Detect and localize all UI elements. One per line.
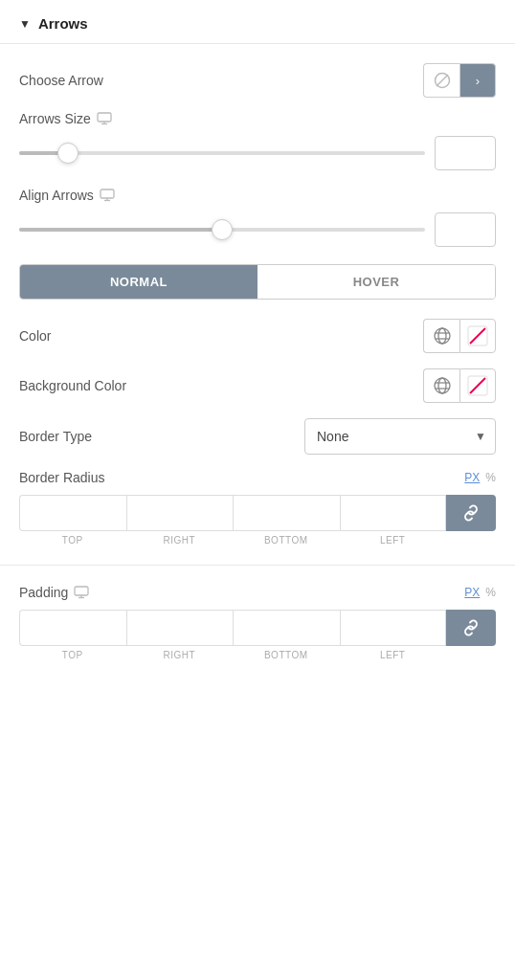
section-title: Arrows [38,15,88,32]
padding-section: Padding PX % TOP [0,585,515,679]
border-radius-bottom-input[interactable] [233,495,340,531]
padding-top-label: TOP [62,650,83,660]
arrows-size-label: Arrows Size [19,111,91,126]
border-type-row: Border Type None Solid Dashed Dotted Dou… [19,418,496,455]
border-radius-left-label: LEFT [380,535,405,546]
padding-top-wrap: TOP [19,610,126,660]
arrows-size-thumb[interactable] [57,143,78,164]
align-arrows-monitor-icon [100,189,115,202]
svg-line-1 [437,75,448,86]
collapse-icon[interactable]: ▼ [19,17,31,31]
padding-monitor-icon [74,586,89,599]
padding-left-label: LEFT [380,650,405,660]
border-radius-inputs-row: TOP RIGHT BOTTOM LEFT [19,495,496,546]
align-arrows-section: Align Arrows [19,188,496,247]
border-radius-px-btn[interactable]: PX [464,471,480,484]
link-icon [462,504,480,522]
globe-icon [433,326,452,345]
choose-arrow-label: Choose Arrow [19,73,103,88]
border-radius-quad-inputs: TOP RIGHT BOTTOM LEFT [19,495,446,546]
no-icon [434,72,451,89]
border-radius-bottom-wrap: BOTTOM [233,495,340,546]
border-radius-left-wrap: LEFT [340,495,447,546]
color-controls [423,319,496,353]
border-type-select[interactable]: None Solid Dashed Dotted Double [304,418,496,455]
svg-rect-20 [75,587,88,595]
choose-arrow-no-btn[interactable] [423,63,459,98]
arrows-size-input[interactable]: 22 [435,136,496,170]
color-label: Color [19,328,51,344]
align-arrows-label-row: Align Arrows [19,188,496,203]
align-arrows-thumb[interactable] [212,219,233,240]
padding-bottom-label: BOTTOM [264,650,308,660]
border-radius-right-label: RIGHT [163,535,195,546]
divider [0,565,515,566]
border-radius-top-input[interactable] [19,495,126,531]
svg-point-9 [438,328,446,344]
border-radius-link-btn[interactable] [446,495,496,531]
section-body: Choose Arrow › Arrows Size [0,44,515,546]
next-icon: › [476,74,480,88]
padding-percent-btn[interactable]: % [485,586,496,599]
background-color-controls [423,368,496,403]
svg-rect-5 [101,189,114,198]
padding-right-label: RIGHT [163,650,195,660]
padding-label: Padding [19,585,68,600]
padding-label-group: Padding [19,585,89,600]
padding-bottom-wrap: BOTTOM [233,610,340,660]
border-type-label: Border Type [19,429,92,444]
border-radius-bottom-label: BOTTOM [264,535,308,546]
color-global-btn[interactable] [423,319,459,353]
arrows-panel: ▼ Arrows Choose Arrow › Arrows Si [0,0,515,679]
padding-right-wrap: RIGHT [126,610,234,660]
border-radius-unit-toggle: PX % [464,471,496,484]
color-row: Color [19,319,496,353]
padding-link-btn[interactable] [446,610,496,646]
border-radius-left-input[interactable] [340,495,447,531]
choose-arrow-controls: › [423,63,496,98]
border-radius-label: Border Radius [19,470,105,485]
padding-top-input[interactable] [19,610,126,646]
padding-unit-toggle: PX % [464,586,496,599]
arrows-size-slider-track[interactable] [19,144,425,163]
choose-arrow-row: Choose Arrow › [19,63,496,98]
bg-color-custom-btn[interactable] [459,368,496,403]
padding-inputs-row: TOP RIGHT BOTTOM LEFT [19,610,496,660]
border-radius-top-label: TOP [62,535,83,546]
align-arrows-label: Align Arrows [19,188,94,203]
border-radius-top-wrap: TOP [19,495,126,546]
color-slash-icon [467,325,488,346]
choose-arrow-next-btn[interactable]: › [459,63,496,98]
background-color-label: Background Color [19,378,126,393]
svg-point-15 [438,378,446,393]
padding-bottom-input[interactable] [233,610,340,646]
arrows-size-slider-row: 22 [19,136,496,170]
padding-px-btn[interactable]: PX [464,586,480,599]
border-radius-right-input[interactable] [126,495,234,531]
padding-left-input[interactable] [340,610,447,646]
svg-point-14 [435,378,450,393]
bg-color-global-btn[interactable] [423,368,459,403]
color-custom-btn[interactable] [459,319,496,353]
svg-point-8 [435,328,450,344]
padding-right-input[interactable] [126,610,234,646]
align-arrows-input[interactable] [435,212,496,247]
arrows-size-monitor-icon [97,112,112,125]
section-header: ▼ Arrows [0,0,515,44]
arrows-size-label-row: Arrows Size [19,111,496,126]
bg-globe-icon [433,376,452,395]
arrows-size-section: Arrows Size 22 [19,111,496,170]
tab-hover[interactable]: HOVER [258,265,495,299]
background-color-row: Background Color [19,368,496,403]
align-arrows-slider-track[interactable] [19,220,425,239]
border-radius-percent-btn[interactable]: % [485,471,496,484]
bg-color-slash-icon [467,375,488,396]
padding-left-wrap: LEFT [340,610,447,660]
border-radius-header: Border Radius PX % [19,470,496,485]
state-tabs: NORMAL HOVER [19,264,496,300]
tab-normal[interactable]: NORMAL [20,265,258,299]
border-radius-section: Border Radius PX % TOP RIGHT [19,470,496,546]
padding-link-icon [462,619,480,636]
padding-header: Padding PX % [19,585,496,600]
align-arrows-slider-row [19,212,496,247]
